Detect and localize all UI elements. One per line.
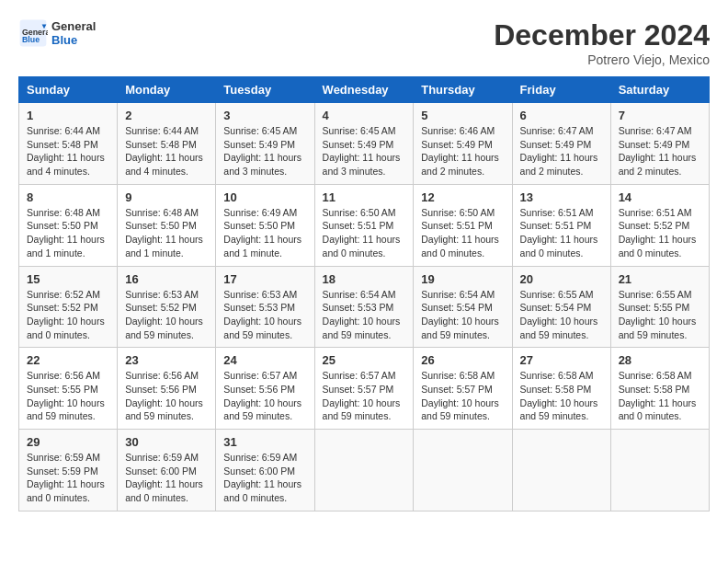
calendar-cell: 27Sunrise: 6:58 AMSunset: 5:58 PMDayligh…: [512, 348, 610, 430]
day-number: 23: [125, 353, 208, 367]
day-number: 11: [323, 190, 406, 204]
week-row-3: 15Sunrise: 6:52 AMSunset: 5:52 PMDayligh…: [19, 266, 710, 348]
day-info: Sunrise: 6:45 AMSunset: 5:49 PMDaylight:…: [223, 124, 306, 178]
day-info: Sunrise: 6:47 AMSunset: 5:49 PMDaylight:…: [619, 124, 701, 178]
calendar-cell: 17Sunrise: 6:53 AMSunset: 5:53 PMDayligh…: [216, 266, 314, 348]
week-row-5: 29Sunrise: 6:59 AMSunset: 5:59 PMDayligh…: [19, 430, 710, 511]
weekday-header-row: SundayMondayTuesdayWednesdayThursdayFrid…: [19, 77, 710, 103]
calendar-cell: 1Sunrise: 6:44 AMSunset: 5:48 PMDaylight…: [19, 103, 118, 185]
logo-general: General: [51, 19, 96, 33]
calendar-cell: 14Sunrise: 6:51 AMSunset: 5:52 PMDayligh…: [610, 184, 709, 266]
day-info: Sunrise: 6:54 AMSunset: 5:53 PMDaylight:…: [323, 288, 406, 342]
day-number: 28: [619, 353, 701, 367]
day-info: Sunrise: 6:50 AMSunset: 5:51 PMDaylight:…: [323, 206, 406, 260]
day-number: 8: [27, 190, 109, 204]
day-number: 31: [223, 435, 306, 449]
day-info: Sunrise: 6:56 AMSunset: 5:55 PMDaylight:…: [27, 369, 109, 423]
day-number: 5: [421, 109, 504, 122]
calendar-cell: 2Sunrise: 6:44 AMSunset: 5:48 PMDaylight…: [118, 103, 216, 185]
day-info: Sunrise: 6:47 AMSunset: 5:49 PMDaylight:…: [520, 124, 603, 178]
day-info: Sunrise: 6:58 AMSunset: 5:57 PMDaylight:…: [421, 369, 504, 423]
day-number: 27: [520, 353, 603, 367]
calendar-cell: 25Sunrise: 6:57 AMSunset: 5:57 PMDayligh…: [314, 348, 414, 430]
weekday-header-thursday: Thursday: [414, 77, 512, 103]
day-number: 2: [125, 109, 208, 122]
page-header: General Blue General Blue December 2024 …: [18, 18, 710, 67]
calendar-cell: 9Sunrise: 6:48 AMSunset: 5:50 PMDaylight…: [118, 184, 216, 266]
weekday-header-saturday: Saturday: [610, 77, 709, 103]
day-info: Sunrise: 6:49 AMSunset: 5:50 PMDaylight:…: [223, 206, 306, 260]
day-number: 16: [125, 272, 208, 286]
weekday-header-wednesday: Wednesday: [314, 77, 414, 103]
day-number: 15: [27, 272, 109, 286]
day-info: Sunrise: 6:56 AMSunset: 5:56 PMDaylight:…: [125, 369, 208, 423]
logo: General Blue General Blue: [18, 18, 96, 48]
day-info: Sunrise: 6:45 AMSunset: 5:49 PMDaylight:…: [323, 124, 406, 178]
day-number: 29: [27, 435, 109, 449]
day-number: 10: [223, 190, 306, 204]
day-number: 30: [125, 435, 208, 449]
calendar-cell: 7Sunrise: 6:47 AMSunset: 5:49 PMDaylight…: [610, 103, 709, 185]
calendar-cell: 22Sunrise: 6:56 AMSunset: 5:55 PMDayligh…: [19, 348, 118, 430]
location: Potrero Viejo, Mexico: [494, 52, 710, 67]
calendar-cell: [314, 430, 414, 511]
day-number: 22: [27, 353, 109, 367]
day-number: 24: [223, 353, 306, 367]
calendar-cell: 23Sunrise: 6:56 AMSunset: 5:56 PMDayligh…: [118, 348, 216, 430]
calendar-cell: 26Sunrise: 6:58 AMSunset: 5:57 PMDayligh…: [414, 348, 512, 430]
calendar-cell: 19Sunrise: 6:54 AMSunset: 5:54 PMDayligh…: [414, 266, 512, 348]
day-info: Sunrise: 6:59 AMSunset: 5:59 PMDaylight:…: [27, 451, 109, 505]
day-info: Sunrise: 6:50 AMSunset: 5:51 PMDaylight:…: [421, 206, 504, 260]
title-block: December 2024 Potrero Viejo, Mexico: [494, 18, 710, 67]
day-number: 7: [619, 109, 701, 122]
weekday-header-friday: Friday: [512, 77, 610, 103]
day-info: Sunrise: 6:48 AMSunset: 5:50 PMDaylight:…: [125, 206, 208, 260]
svg-text:Blue: Blue: [22, 35, 40, 44]
day-info: Sunrise: 6:46 AMSunset: 5:49 PMDaylight:…: [421, 124, 504, 178]
calendar-cell: 21Sunrise: 6:55 AMSunset: 5:55 PMDayligh…: [610, 266, 709, 348]
day-number: 21: [619, 272, 701, 286]
calendar-cell: 30Sunrise: 6:59 AMSunset: 6:00 PMDayligh…: [118, 430, 216, 511]
day-number: 6: [520, 109, 603, 122]
week-row-2: 8Sunrise: 6:48 AMSunset: 5:50 PMDaylight…: [19, 184, 710, 266]
day-number: 12: [421, 190, 504, 204]
calendar-cell: 12Sunrise: 6:50 AMSunset: 5:51 PMDayligh…: [414, 184, 512, 266]
day-info: Sunrise: 6:57 AMSunset: 5:56 PMDaylight:…: [223, 369, 306, 423]
day-number: 18: [323, 272, 406, 286]
day-info: Sunrise: 6:54 AMSunset: 5:54 PMDaylight:…: [421, 288, 504, 342]
calendar-cell: 15Sunrise: 6:52 AMSunset: 5:52 PMDayligh…: [19, 266, 118, 348]
calendar-cell: 8Sunrise: 6:48 AMSunset: 5:50 PMDaylight…: [19, 184, 118, 266]
month-title: December 2024: [494, 18, 710, 52]
day-number: 19: [421, 272, 504, 286]
calendar-cell: 24Sunrise: 6:57 AMSunset: 5:56 PMDayligh…: [216, 348, 314, 430]
calendar-table: SundayMondayTuesdayWednesdayThursdayFrid…: [18, 76, 710, 511]
day-number: 14: [619, 190, 701, 204]
day-info: Sunrise: 6:44 AMSunset: 5:48 PMDaylight:…: [125, 124, 208, 178]
weekday-header-sunday: Sunday: [19, 77, 118, 103]
day-info: Sunrise: 6:44 AMSunset: 5:48 PMDaylight:…: [27, 124, 109, 178]
logo-icon: General Blue: [18, 18, 48, 48]
day-info: Sunrise: 6:51 AMSunset: 5:51 PMDaylight:…: [520, 206, 603, 260]
day-number: 4: [323, 109, 406, 122]
day-info: Sunrise: 6:59 AMSunset: 6:00 PMDaylight:…: [125, 451, 208, 505]
day-info: Sunrise: 6:53 AMSunset: 5:52 PMDaylight:…: [125, 288, 208, 342]
day-info: Sunrise: 6:52 AMSunset: 5:52 PMDaylight:…: [27, 288, 109, 342]
day-number: 20: [520, 272, 603, 286]
calendar-cell: 18Sunrise: 6:54 AMSunset: 5:53 PMDayligh…: [314, 266, 414, 348]
calendar-cell: [610, 430, 709, 511]
day-info: Sunrise: 6:58 AMSunset: 5:58 PMDaylight:…: [619, 369, 701, 423]
week-row-1: 1Sunrise: 6:44 AMSunset: 5:48 PMDaylight…: [19, 103, 710, 185]
day-info: Sunrise: 6:53 AMSunset: 5:53 PMDaylight:…: [223, 288, 306, 342]
calendar-cell: 4Sunrise: 6:45 AMSunset: 5:49 PMDaylight…: [314, 103, 414, 185]
day-number: 9: [125, 190, 208, 204]
day-info: Sunrise: 6:57 AMSunset: 5:57 PMDaylight:…: [323, 369, 406, 423]
calendar-cell: 10Sunrise: 6:49 AMSunset: 5:50 PMDayligh…: [216, 184, 314, 266]
day-info: Sunrise: 6:51 AMSunset: 5:52 PMDaylight:…: [619, 206, 701, 260]
day-number: 3: [223, 109, 306, 122]
weekday-header-monday: Monday: [118, 77, 216, 103]
day-info: Sunrise: 6:48 AMSunset: 5:50 PMDaylight:…: [27, 206, 109, 260]
day-info: Sunrise: 6:58 AMSunset: 5:58 PMDaylight:…: [520, 369, 603, 423]
calendar-cell: 31Sunrise: 6:59 AMSunset: 6:00 PMDayligh…: [216, 430, 314, 511]
day-info: Sunrise: 6:59 AMSunset: 6:00 PMDaylight:…: [223, 451, 306, 505]
day-info: Sunrise: 6:55 AMSunset: 5:54 PMDaylight:…: [520, 288, 603, 342]
